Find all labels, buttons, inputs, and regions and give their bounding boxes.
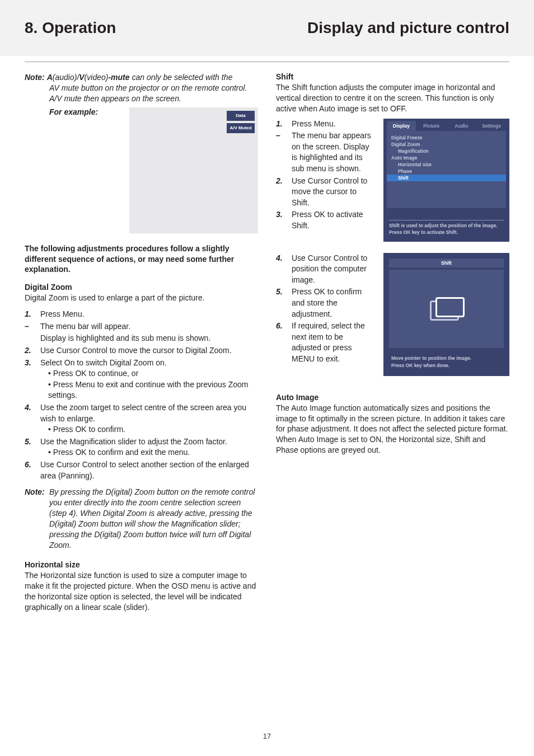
digital-zoom-note: Note: By pressing the D(igital) Zoom but… — [25, 487, 258, 550]
osd-footer-line1: Shift is used to adjust the position of … — [389, 223, 504, 229]
osd-item-shift-highlighted: Shift — [387, 175, 506, 181]
header-section-number: 8. Operation — [25, 19, 116, 37]
dz-step5-b1: Press OK to confirm and exit the menu. — [40, 447, 258, 458]
note-line2: AV mute button on the projector or on th… — [25, 83, 258, 93]
shift-screen-body — [389, 270, 504, 348]
osd-item-digital-zoom: Digital Zoom — [387, 141, 506, 148]
header-section-title: Display and picture control — [307, 19, 509, 37]
shift-screenshot: Shift Move pointer to position the image… — [383, 253, 509, 376]
av-mute-note: Note: A(audio)/V(video)-mute can only be… — [25, 72, 258, 104]
digital-zoom-title: Digital Zoom — [25, 283, 258, 292]
dz-step2: Use Cursor Control to move the cursor to… — [40, 345, 258, 356]
osd-item-digital-freeze: Digital Freeze — [387, 134, 506, 141]
shift-step3: Press OK to activate Shift. — [292, 209, 373, 231]
note-mid2: (video) — [85, 73, 109, 82]
shift-title: Shift — [276, 72, 509, 81]
example-row: For example: Data A/V Muted — [25, 107, 258, 233]
page-number: 17 — [0, 732, 534, 740]
osd-tab-display: Display — [387, 121, 416, 131]
osd-tab-settings: Settings — [477, 121, 506, 131]
auto-image-intro: The Auto Image function automatically si… — [276, 403, 509, 456]
note-mute: -mute — [108, 73, 129, 82]
osd-tab-audio: Audio — [447, 121, 476, 131]
shift-step2: Use Cursor Control to move the cursor to… — [292, 176, 373, 209]
dz-note-body: By pressing the D(igital) Zoom button on… — [49, 487, 258, 550]
dz-step3: Select On to switch Digital Zoom on. — [40, 358, 167, 367]
osd-item-magnification: Magnification — [387, 148, 506, 154]
dz-step1: Press Menu. — [40, 309, 85, 318]
osd-tabs: Display Picture Audio Settings — [383, 119, 509, 131]
osd-footer: Shift is used to adjust the position of … — [389, 220, 504, 236]
content-area: Note: A(audio)/V(video)-mute can only be… — [0, 56, 534, 613]
osd-item-horizontal-size: Horizontal size — [387, 161, 506, 168]
shift-step6: If required, select the next item to be … — [292, 321, 373, 364]
dz-step4: Use the zoom target to select centre of … — [40, 403, 246, 423]
dz-step1-dash-a: The menu bar will appear. — [40, 321, 258, 332]
shift-step1-dash: The menu bar appears on the screen. Disp… — [292, 130, 373, 174]
dz-note-label: Note: — [25, 487, 49, 550]
example-avmuted-indicator: A/V Muted — [227, 123, 255, 133]
shift-step5: Press OK to confirm and store the adjust… — [292, 287, 373, 320]
for-example-label: For example: — [25, 107, 98, 116]
shift-intro: The Shift function adjusts the computer … — [276, 82, 509, 114]
horizontal-size-intro: The Horizontal size function is used to … — [25, 570, 258, 613]
top-rule — [25, 62, 509, 62]
shift-steps-4-6: 4.Use Cursor Control to position the com… — [276, 253, 373, 366]
shift-steps-1-3: 1.Press Menu. –The menu bar appears on t… — [276, 119, 373, 233]
digital-zoom-steps: 1. Press Menu. –The menu bar will appear… — [25, 309, 258, 481]
shift-footer-line1: Move pointer to position the image. — [391, 355, 471, 361]
note-v: V — [79, 73, 84, 82]
subsection-intro: The following adjustments procedures fol… — [25, 243, 258, 275]
note-mid1: (audio)/ — [53, 73, 79, 82]
note-label: Note: — [25, 73, 45, 82]
horizontal-size-title: Horizontal size — [25, 560, 258, 569]
note-line3: A/V mute then appears on the screen. — [25, 93, 258, 104]
dz-step4-b1: Press OK to confirm. — [40, 424, 258, 435]
shift-step4: Use Cursor Control to position the compu… — [292, 253, 373, 286]
dz-step6: Use Cursor Control to select another sec… — [40, 459, 258, 481]
dz-step3-b2: Press Menu to exit and continue with the… — [40, 379, 258, 401]
right-column: Shift The Shift function adjusts the com… — [276, 72, 509, 613]
osd-item-auto-image: Auto Image — [387, 154, 506, 161]
shift-step1: Press Menu. — [292, 119, 373, 130]
av-mute-example-screen: Data A/V Muted — [129, 107, 258, 233]
digital-zoom-intro: Digital Zoom is used to enlarge a part o… — [25, 293, 258, 303]
note-line1-rest: can only be selected with the — [130, 73, 233, 82]
auto-image-title: Auto Image — [276, 393, 509, 402]
dz-step1-dash-b: Display is highlighted and its sub menu … — [40, 333, 258, 344]
osd-item-phase: Phase — [387, 168, 506, 175]
osd-footer-line2: Press OK key to activate Shift. — [389, 229, 504, 236]
example-data-indicator: Data — [227, 111, 255, 121]
page-header: 8. Operation Display and picture control — [0, 0, 534, 56]
shift-screen-title: Shift — [389, 259, 504, 267]
dz-step3-b1: Press OK to continue, or — [40, 368, 258, 379]
shift-rect-icon — [430, 297, 463, 321]
osd-menu-screenshot: Display Picture Audio Settings Digital F… — [383, 119, 509, 242]
osd-menu-body: Digital Freeze Digital Zoom Magnificatio… — [387, 131, 506, 208]
osd-tab-picture: Picture — [417, 121, 446, 131]
shift-screen-footer: Move pointer to position the image. Pres… — [391, 355, 502, 369]
note-a: A — [47, 73, 53, 82]
shift-footer-line2: Press OK key when done. — [391, 363, 449, 368]
dz-step5: Use the Magnification slider to adjust t… — [40, 437, 227, 446]
left-column: Note: A(audio)/V(video)-mute can only be… — [25, 72, 258, 613]
